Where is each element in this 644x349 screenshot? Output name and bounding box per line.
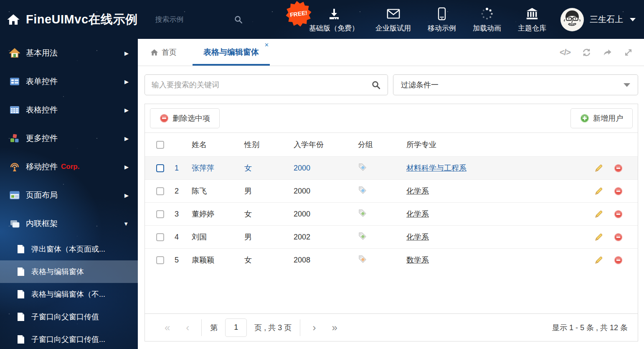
cell-name: 张萍萍 [189,163,240,173]
app-title: FineUIMvc在线示例 [26,11,138,28]
delete-icon[interactable] [614,164,623,173]
cell-name: 刘国 [189,232,240,242]
view-source-icon[interactable]: </> [560,48,570,57]
sidebar-subitem-grid-edit-window-2[interactable]: 表格与编辑窗体（不... [0,283,138,306]
nav-theme-repository[interactable]: 主题仓库 [518,6,546,33]
grid-toolbar: 删除选中项 新增用户 [145,104,638,132]
tag-icon [358,209,367,218]
download-icon [327,6,341,20]
table-row[interactable]: 2 陈飞 男 2000 化学系 [145,179,638,202]
delete-icon[interactable] [614,256,623,265]
sidebar-subitem-popup-window[interactable]: 弹出窗体（本页面或... [0,238,138,260]
filter-row: 过滤条件一 [145,74,638,95]
delete-icon[interactable] [614,187,623,196]
add-user-button[interactable]: 新增用户 [570,108,633,128]
nav-mobile-examples[interactable]: 移动示例 [428,6,456,33]
nav-enterprise-trial[interactable]: 企业版试用 [375,6,411,33]
tab-active-label: 表格与编辑窗体 [203,47,259,58]
major-link[interactable]: 化学系 [406,210,429,218]
edit-icon[interactable] [594,187,603,196]
edit-icon[interactable] [594,233,603,242]
row-checkbox[interactable] [156,210,164,218]
table-row[interactable]: 1 张萍萍 女 2000 材料科学与工程系 [145,156,638,179]
delete-selected-button[interactable]: 删除选中项 [150,108,220,128]
refresh-icon[interactable] [582,48,591,57]
cell-gender: 男 [240,186,289,196]
tag-icon [358,163,367,172]
nav-basic-edition[interactable]: 基础版（免费） [309,6,359,33]
cell-year: 2000 [289,187,352,196]
top-search-input[interactable] [155,15,218,24]
sidebar-item-form-controls[interactable]: 表单控件 ▶ [0,67,138,96]
sidebar-item-iframe[interactable]: 内联框架 ▼ [0,209,138,238]
edit-icon[interactable] [594,164,603,173]
form-icon [9,76,20,87]
sidebar-subitem-child-to-parent-2[interactable]: 子窗口向父窗口传值... [0,328,138,349]
tab-bar: 首页 表格与编辑窗体 ✕ </> [138,39,644,66]
page-input[interactable] [225,318,247,337]
col-header-major[interactable]: 所学专业 [402,140,583,150]
divider [300,319,300,336]
sidebar-item-more-controls[interactable]: 更多控件 ▶ [0,124,138,153]
table-row[interactable]: 3 董婷婷 女 2000 化学系 [145,202,638,225]
cell-name: 康颖颖 [189,255,240,265]
divider [201,319,202,336]
prev-page-button[interactable]: ‹ [178,323,197,333]
user-menu[interactable]: 三生石上 [560,8,636,31]
sidebar-item-basic-usage[interactable]: 基本用法 ▶ [0,39,138,67]
envelope-icon [387,6,400,20]
chevron-right-icon: ▶ [124,50,129,56]
tag-icon [358,232,367,241]
col-header-name[interactable]: 姓名 [189,140,240,150]
chevron-down-icon [630,18,636,21]
major-link[interactable]: 材料科学与工程系 [406,164,467,172]
sidebar-subitem-grid-edit-window[interactable]: 表格与编辑窗体 [0,260,138,283]
major-link[interactable]: 数学系 [406,256,429,264]
top-search [155,15,243,24]
home-icon [7,13,20,26]
cell-year: 2002 [289,233,352,242]
edit-icon[interactable] [594,256,603,265]
cell-major: 数学系 [402,255,583,265]
share-icon[interactable] [603,48,612,57]
user-name: 三生石上 [590,14,623,25]
row-checkbox[interactable] [156,256,164,264]
delete-icon[interactable] [614,210,623,219]
nav-loading-animations[interactable]: 加载动画 [473,6,501,33]
chevron-right-icon: ▶ [124,164,129,170]
delete-icon[interactable] [614,233,623,242]
filter-dropdown[interactable]: 过滤条件一 [393,74,638,95]
cell-major: 化学系 [402,232,583,242]
tab-active-underline [193,64,270,66]
row-checkbox[interactable] [156,164,164,172]
first-page-button[interactable]: « [157,323,178,333]
tab-home[interactable]: 首页 [150,39,177,66]
row-checkbox[interactable] [156,233,164,241]
table-row[interactable]: 5 康颖颖 女 2008 数学系 [145,248,638,271]
keyword-search-input[interactable] [152,81,371,89]
expand-icon[interactable] [624,48,633,57]
row-checkbox[interactable] [156,187,164,195]
sidebar-item-mobile-controls[interactable]: 移动控件 Corp. ▶ [0,153,138,181]
select-all-checkbox[interactable] [156,141,164,149]
chevron-down-icon [624,83,630,87]
edit-icon[interactable] [594,210,603,219]
last-page-button[interactable]: » [324,323,345,333]
col-header-group[interactable]: 分组 [352,140,402,150]
close-icon[interactable]: ✕ [264,42,269,48]
next-page-button[interactable]: › [304,323,324,333]
search-icon[interactable] [234,15,243,24]
major-link[interactable]: 化学系 [406,187,429,195]
table-row[interactable]: 4 刘国 男 2002 化学系 [145,225,638,248]
col-header-year[interactable]: 入学年份 [289,140,352,150]
sidebar-item-grid-controls[interactable]: 表格控件 ▶ [0,96,138,124]
major-link[interactable]: 化学系 [406,233,429,241]
sidebar-item-page-layout[interactable]: 页面布局 ▶ [0,181,138,209]
tab-grid-edit-window[interactable]: 表格与编辑窗体 ✕ [193,39,270,66]
file-icon [17,290,25,299]
brand[interactable]: FineUIMvc在线示例 [7,11,138,28]
search-icon[interactable] [371,80,381,90]
sidebar-subitem-child-to-parent[interactable]: 子窗口向父窗口传值 [0,306,138,328]
col-header-gender[interactable]: 性别 [240,140,289,150]
cell-gender: 男 [240,232,289,242]
